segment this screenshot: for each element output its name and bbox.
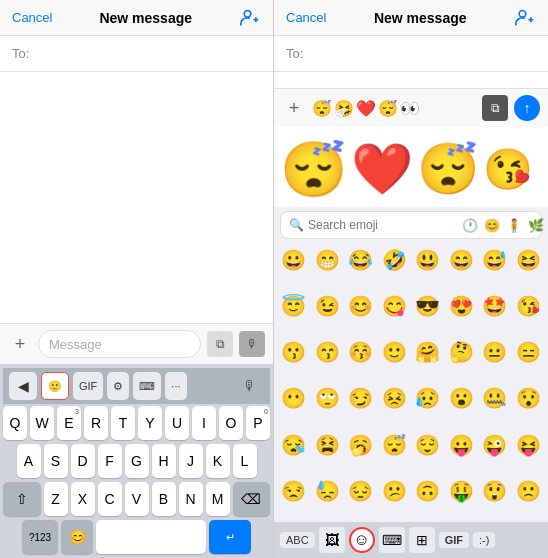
right-to-input[interactable]	[311, 46, 536, 61]
key-h[interactable]: H	[152, 444, 176, 478]
emoji-sneezing[interactable]: 🤧	[334, 99, 354, 118]
left-message-input[interactable]: Message	[38, 330, 201, 358]
key-e[interactable]: E3	[57, 406, 81, 440]
key-m[interactable]: M	[206, 482, 230, 516]
left-plus-button[interactable]: +	[8, 334, 32, 355]
left-kb-translate-btn[interactable]: ⌨	[133, 372, 161, 400]
nature-tab-icon[interactable]: 🌿	[528, 218, 544, 233]
key-v[interactable]: V	[125, 482, 149, 516]
sticker-extra[interactable]: 😘	[483, 149, 533, 189]
emoji-cell[interactable]: 🙃	[412, 476, 444, 506]
key-i[interactable]: I	[192, 406, 216, 440]
emoji-cell[interactable]: 😜	[479, 430, 511, 460]
emoji-cell[interactable]: 🤐	[479, 383, 511, 413]
key-d[interactable]: D	[71, 444, 95, 478]
emoji-cell[interactable]: 😕	[379, 476, 411, 506]
emoji-cell[interactable]: 😀	[278, 245, 310, 275]
right-save-btn[interactable]: ⧉	[482, 95, 508, 121]
key-t[interactable]: T	[111, 406, 135, 440]
emoji-cell[interactable]: 😘	[513, 291, 545, 321]
emoji-cell[interactable]: 🤑	[446, 476, 478, 506]
left-add-contact-icon[interactable]	[239, 7, 261, 29]
key-z[interactable]: Z	[44, 482, 68, 516]
key-g[interactable]: G	[125, 444, 149, 478]
emoji-cell[interactable]: 😄	[446, 245, 478, 275]
left-kb-back-btn[interactable]: ◀	[9, 372, 37, 400]
key-u[interactable]: U	[165, 406, 189, 440]
emoji-cell[interactable]: 😪	[278, 430, 310, 460]
emoji-cell[interactable]: 😇	[278, 291, 310, 321]
emoji-cell[interactable]: 😋	[379, 291, 411, 321]
emoji-cell[interactable]: 🤗	[412, 337, 444, 367]
emoji-cell[interactable]: 😙	[312, 337, 344, 367]
key-b[interactable]: B	[152, 482, 176, 516]
emoji-cell[interactable]: 🙄	[312, 383, 344, 413]
left-copy-icon[interactable]: ⧉	[207, 331, 233, 357]
emoji-cell[interactable]: 🙂	[379, 337, 411, 367]
key-x[interactable]: X	[71, 482, 95, 516]
key-q[interactable]: Q	[3, 406, 27, 440]
key-j[interactable]: J	[179, 444, 203, 478]
people-tab-icon[interactable]: 🧍	[506, 218, 522, 233]
left-kb-mic-btn[interactable]: 🎙	[236, 372, 264, 400]
key-r[interactable]: R	[84, 406, 108, 440]
key-k[interactable]: K	[206, 444, 230, 478]
emoji-cell[interactable]: 😴	[379, 430, 411, 460]
left-kb-settings-btn[interactable]: ⚙	[107, 372, 129, 400]
emoji-cell[interactable]: 😒	[278, 476, 310, 506]
emoji-cell[interactable]: 😁	[312, 245, 344, 275]
right-cancel-button[interactable]: Cancel	[286, 10, 326, 25]
emoji-cell[interactable]: 🥱	[345, 430, 377, 460]
right-add-contact-icon[interactable]	[514, 7, 536, 29]
ebb-text-icon[interactable]: :-)	[473, 532, 495, 548]
emoji-sleeping[interactable]: 😴	[312, 99, 332, 118]
key-a[interactable]: A	[17, 444, 41, 478]
emoji-cell[interactable]: 😛	[446, 430, 478, 460]
emoji-cell[interactable]: 😥	[412, 383, 444, 413]
emoji-cell[interactable]: 😍	[446, 291, 478, 321]
emoji-cell[interactable]: 🙁	[513, 476, 545, 506]
key-enter[interactable]: ↵	[209, 520, 251, 554]
left-kb-more-btn[interactable]: ···	[165, 372, 186, 400]
emoji-cell[interactable]: 🤣	[379, 245, 411, 275]
emoji-cell[interactable]: 😎	[412, 291, 444, 321]
emoji-cell[interactable]: 😫	[312, 430, 344, 460]
key-n[interactable]: N	[179, 482, 203, 516]
smiley-tab-icon[interactable]: 😊	[484, 218, 500, 233]
emoji-cell[interactable]: 😲	[479, 476, 511, 506]
key-space[interactable]	[96, 520, 206, 554]
left-kb-gif-btn[interactable]: GIF	[73, 372, 103, 400]
right-plus-button[interactable]: +	[282, 98, 306, 119]
emoji-cell[interactable]: 😮	[446, 383, 478, 413]
key-p[interactable]: P0	[246, 406, 270, 440]
emoji-cell[interactable]: 😌	[412, 430, 444, 460]
ebb-sticker-icon[interactable]: 🖼	[319, 527, 345, 553]
right-send-btn[interactable]: ↑	[514, 95, 540, 121]
left-voice-icon[interactable]: 🎙	[239, 331, 265, 357]
emoji-cell[interactable]: 😓	[312, 476, 344, 506]
key-emoji[interactable]: 😊	[61, 520, 93, 554]
left-to-input[interactable]	[37, 46, 261, 61]
key-backspace[interactable]: ⌫	[233, 482, 271, 516]
emoji-cell[interactable]: 😉	[312, 291, 344, 321]
emoji-cell[interactable]: 😣	[379, 383, 411, 413]
right-emoji-search-input[interactable]	[308, 218, 458, 232]
emoji-cell[interactable]: 😐	[479, 337, 511, 367]
sticker-heart-big[interactable]: ❤️	[351, 144, 413, 194]
key-f[interactable]: F	[98, 444, 122, 478]
emoji-eyes[interactable]: 👀	[400, 99, 420, 118]
ebb-dots-icon[interactable]: ⊞	[409, 527, 435, 553]
key-shift[interactable]: ⇧	[3, 482, 41, 516]
emoji-cell[interactable]: 😏	[345, 383, 377, 413]
emoji-heart[interactable]: ❤️	[356, 99, 376, 118]
emoji-cell[interactable]: 😔	[345, 476, 377, 506]
key-o[interactable]: O	[219, 406, 243, 440]
key-l[interactable]: L	[233, 444, 257, 478]
emoji-cell[interactable]: 😑	[513, 337, 545, 367]
key-numeric[interactable]: ?123	[22, 520, 58, 554]
ebb-gif-btn[interactable]: GIF	[439, 532, 469, 548]
emoji-cell[interactable]: 😃	[412, 245, 444, 275]
emoji-cell[interactable]: 😗	[278, 337, 310, 367]
recent-icon[interactable]: 🕐	[462, 218, 478, 233]
ebb-keyboard-icon[interactable]: ⌨	[379, 527, 405, 553]
